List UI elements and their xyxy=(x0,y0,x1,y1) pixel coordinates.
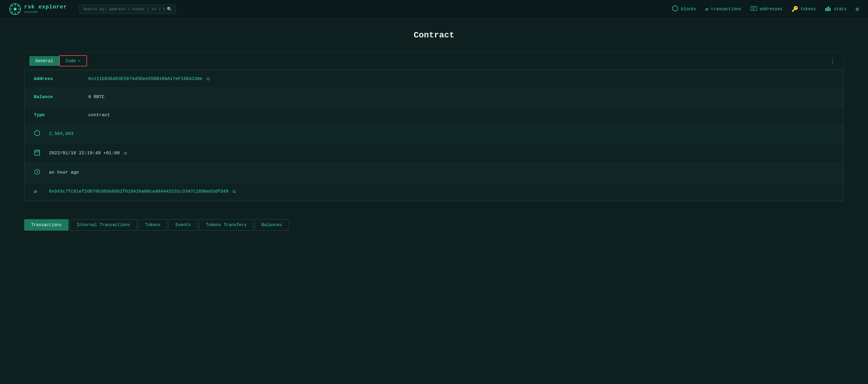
settings-icon: ⚙ xyxy=(856,6,859,12)
search-bar: 🔍 xyxy=(79,4,176,14)
block-value[interactable]: 2,504,883 xyxy=(49,131,73,136)
search-icon: 🔍 xyxy=(167,7,172,12)
nav-label-addresses: addresses xyxy=(760,7,782,11)
tabs-header: General Code ✓ ⋮ xyxy=(25,52,843,70)
type-value: contract xyxy=(88,113,110,118)
contract-info-table: Address 0x111b836d63E507A45Dee556B10AA17… xyxy=(25,70,843,201)
tx-text: 0x843c7fc61ef2d678b36bb6662f610426a60ca4… xyxy=(49,189,228,194)
svg-rect-13 xyxy=(826,8,826,11)
timeago-row: an hour ago xyxy=(25,163,843,182)
brand-logo-link[interactable]: rsk explorer testnet xyxy=(9,3,67,15)
svg-line-7 xyxy=(17,11,19,13)
nav-label-blocks: blocks xyxy=(681,7,696,11)
page-title: Contract xyxy=(24,31,844,40)
transactions-icon: ⇄ xyxy=(705,6,708,12)
tx-icon: ⇄ xyxy=(34,188,49,195)
nav-item-stats[interactable]: stats xyxy=(825,6,846,13)
address-text: 0x111b836d63E507A45Dee556B10AA17eF16D423… xyxy=(88,76,203,81)
svg-line-6 xyxy=(11,5,13,7)
balance-row: Balance 0 RBTC xyxy=(25,88,843,106)
rsk-logo-icon xyxy=(9,3,21,15)
tx-row: ⇄ 0x843c7fc61ef2d678b36bb6662f610426a60c… xyxy=(25,182,843,201)
brand-name: rsk explorer xyxy=(24,4,67,10)
tokens-icon: 🔑 xyxy=(792,6,798,12)
datetime-row: 2022/01/16 22:19:49 +01:00 ⧉ xyxy=(25,144,843,163)
addresses-icon xyxy=(750,6,757,12)
nav-label-transactions: transactions xyxy=(711,7,741,11)
nav-item-tokens[interactable]: 🔑 tokens xyxy=(792,6,816,12)
brand-text: rsk explorer testnet xyxy=(24,4,67,14)
address-value: 0x111b836d63E507A45Dee556B10AA17eF16D423… xyxy=(88,76,211,82)
bottom-tabs: Transactions Internal Transactions Token… xyxy=(24,219,844,231)
datetime-text: 2022/01/16 22:19:49 +01:00 xyxy=(49,151,120,156)
type-label: Type xyxy=(34,113,88,118)
check-icon: ✓ xyxy=(78,58,80,63)
type-row: Type contract xyxy=(25,106,843,125)
tab-tokens-transfers[interactable]: Tokens Transfers xyxy=(199,219,253,231)
tab-balances[interactable]: Balances xyxy=(255,219,289,231)
clock-icon xyxy=(34,169,49,177)
main-content: Contract General Code ✓ ⋮ Address 0x111b… xyxy=(0,19,868,243)
tab-events[interactable]: Events xyxy=(168,219,198,231)
balance-value: 0 RBTC xyxy=(88,95,104,100)
contract-card: General Code ✓ ⋮ Address 0x111b836d63E50… xyxy=(24,52,844,201)
more-options-button[interactable]: ⋮ xyxy=(827,57,839,65)
nav-item-transactions[interactable]: ⇄ transactions xyxy=(705,6,741,12)
tab-tokens[interactable]: Tokens xyxy=(138,219,167,231)
svg-line-8 xyxy=(17,5,19,7)
tx-value: 0x843c7fc61ef2d678b36bb6662f610426a60ca4… xyxy=(49,188,237,195)
nav-label-stats: stats xyxy=(834,7,846,11)
svg-rect-16 xyxy=(830,7,831,11)
block-icon xyxy=(34,130,49,138)
balance-label: Balance xyxy=(34,95,88,100)
nav-item-blocks[interactable]: blocks xyxy=(672,5,696,13)
copy-datetime-button[interactable]: ⧉ xyxy=(123,150,128,156)
svg-rect-14 xyxy=(827,7,828,11)
svg-rect-17 xyxy=(35,150,40,155)
timeago-value: an hour ago xyxy=(49,170,79,175)
stats-icon xyxy=(825,6,831,13)
tab-transactions[interactable]: Transactions xyxy=(24,219,69,231)
copy-tx-button[interactable]: ⧉ xyxy=(231,188,237,195)
nav-item-addresses[interactable]: addresses xyxy=(750,6,782,12)
datetime-value: 2022/01/16 22:19:49 +01:00 ⧉ xyxy=(49,150,128,156)
tab-general[interactable]: General xyxy=(29,56,59,66)
tab-code[interactable]: Code ✓ xyxy=(59,55,87,66)
nav-label-tokens: tokens xyxy=(801,7,816,11)
search-input[interactable] xyxy=(83,7,165,11)
address-row: Address 0x111b836d63E507A45Dee556B10AA17… xyxy=(25,70,843,88)
navbar: rsk explorer testnet 🔍 blocks ⇄ transact… xyxy=(0,0,868,19)
brand-sub: testnet xyxy=(24,10,67,14)
address-label: Address xyxy=(34,76,88,81)
nav-item-settings[interactable]: ⚙ xyxy=(856,6,859,12)
svg-rect-10 xyxy=(751,6,757,10)
tab-internal-transactions[interactable]: Internal Transactions xyxy=(70,219,137,231)
copy-address-button[interactable]: ⧉ xyxy=(206,76,211,82)
block-row: 2,504,883 xyxy=(25,125,843,144)
svg-rect-15 xyxy=(828,6,829,11)
svg-line-9 xyxy=(11,11,13,13)
nav-links: blocks ⇄ transactions addresses 🔑 tokens xyxy=(672,5,859,13)
svg-point-1 xyxy=(13,7,17,10)
tab-code-label: Code xyxy=(66,59,76,63)
calendar-icon xyxy=(34,149,49,157)
blocks-icon xyxy=(672,5,679,13)
